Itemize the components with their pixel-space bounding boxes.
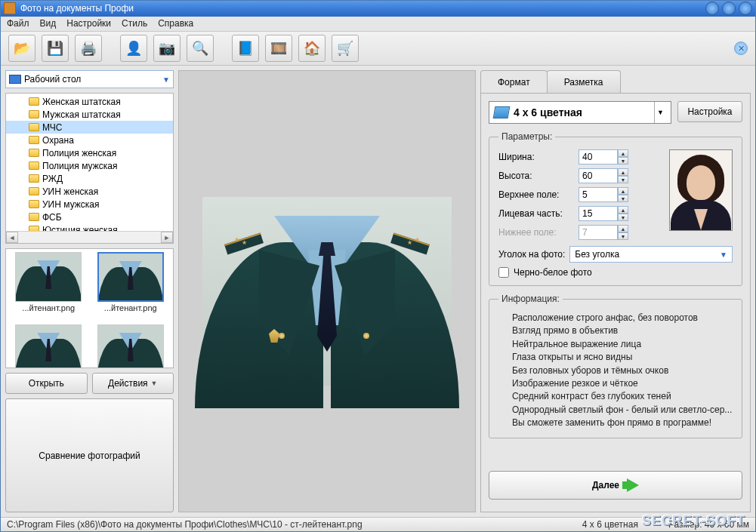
scroll-left-icon[interactable]: ◄ [6,232,18,243]
compare-button[interactable]: Сравнение фотографий [5,398,174,512]
actions-button[interactable]: Действия▼ [92,373,174,394]
open-button[interactable]: Открыть [5,373,88,394]
info-item: Глаза открыты и ясно видны [512,351,733,364]
format-combo[interactable]: 4 x 6 цветная ▼ [489,101,671,124]
thumbnail[interactable]: 12 - майор.png [91,324,171,368]
chevron-down-icon: ▼ [654,102,666,123]
print-icon[interactable]: 🖨️ [75,35,102,62]
height-stepper[interactable]: ▲▼ [579,168,628,183]
folder-label: УИН женская [42,186,98,197]
location-combo[interactable]: Рабочий стол ▼ [5,70,174,88]
menu-file[interactable]: Файл [7,18,29,29]
menu-help[interactable]: Справка [158,18,193,29]
maximize-button[interactable] [722,2,736,15]
scroll-right-icon[interactable]: ► [161,232,173,243]
folder-row[interactable]: Женская штатская [6,95,173,108]
folder-label: РЖД [42,174,63,184]
open-folder-icon[interactable]: 📂 [8,35,35,62]
menu-settings[interactable]: Настройки [66,18,111,29]
zoom-icon[interactable]: 🔍 [187,35,214,62]
tree-hscrollbar[interactable]: ◄ ► [6,231,173,243]
chevron-down-icon: ▼ [162,75,170,84]
folder-icon [29,136,39,144]
folder-label: Полиция мужская [42,161,117,171]
folder-row[interactable]: МЧС [6,121,173,134]
folder-icon [29,110,39,118]
thumbnail-label: ...йтенант.png [104,303,157,312]
thumbnail[interactable]: ...йтенант.png [9,252,88,321]
bw-checkbox[interactable] [498,267,509,278]
folder-icon [29,97,39,106]
folder-row[interactable]: УИН мужская [6,198,173,211]
info-fieldset: Информация: Расположение строго анфас, б… [489,294,742,438]
person-search-icon[interactable]: 👤 [120,35,147,62]
topmargin-input[interactable] [579,187,618,202]
info-item: Однородный светлый фон - белый или светл… [512,404,733,417]
watermark: SECRET-SOFT [642,513,745,529]
menubar: Файл Вид Настройки Стиль Справка [1,17,755,32]
body: Рабочий стол ▼ Женская штатскаяМужская ш… [1,66,755,517]
status-format: 4 x 6 цветная [582,519,638,530]
menu-view[interactable]: Вид [40,18,57,29]
preview-image: ★ ★ ★ ★ [202,197,452,386]
folder-row[interactable]: Мужская штатская [6,108,173,121]
save-icon[interactable]: 💾 [42,35,69,62]
info-legend: Информация: [498,294,563,304]
folder-row[interactable]: Охрана [6,134,173,146]
folder-row[interactable]: Полиция мужская [6,159,173,172]
folder-icon [29,213,39,221]
status-path: C:\Program Files (x86)\Фото на документы… [7,519,552,530]
thumbnail-grid: ...йтенант.png...йтенант.png... капитан.… [5,248,174,368]
thumbnail[interactable]: ...йтенант.png [91,252,171,321]
chevron-down-icon: ▼ [151,380,158,387]
topmargin-stepper[interactable]: ▲▼ [579,187,628,202]
width-input[interactable] [579,149,618,165]
folder-row[interactable]: Полиция женская [6,146,173,159]
location-label: Рабочий стол [24,74,81,85]
format-value: 4 x 6 цветная [514,106,582,118]
folder-row[interactable]: Юстиция женская [6,223,173,231]
corner-label: Уголок на фото: [498,249,565,260]
titlebar: Фото на документы Профи [1,1,755,17]
video-icon[interactable]: 🎞️ [265,35,292,62]
folder-row[interactable]: РЖД [6,172,173,185]
folder-label: Юстиция женская [42,225,118,232]
tab-layout[interactable]: Разметка [547,70,621,93]
folder-label: Полиция женская [42,148,116,158]
bw-label: Черно-белое фото [514,267,592,278]
thumbnail[interactable]: ... капитан.png [9,324,88,368]
folder-row[interactable]: УИН женская [6,185,173,198]
face-stepper[interactable]: ▲▼ [579,206,628,221]
chevron-down-icon: ▼ [720,251,727,259]
toolbar: 📂 💾 🖨️ 👤 📷 🔍 📘 🎞️ 🏠 🛒 ✕ [1,32,755,66]
sample-portrait [669,149,733,231]
tab-format[interactable]: Формат [480,70,548,93]
close-button[interactable] [739,2,752,15]
camera-icon[interactable]: 📷 [153,35,181,62]
parameters-fieldset: Параметры: Ширина: ▲▼ Высота: ▲▼ [489,131,742,286]
hint-close-icon[interactable]: ✕ [734,42,748,55]
info-item: Вы сможете заменить фон прямо в программ… [512,417,733,429]
next-button[interactable]: Далее [489,471,742,500]
folder-tree: Женская штатскаяМужская штатскаяМЧСОхран… [5,93,174,244]
minimize-button[interactable] [705,2,719,15]
height-input[interactable] [579,168,618,183]
help-icon[interactable]: 📘 [232,35,259,62]
folder-icon [29,161,39,170]
face-input[interactable] [579,206,618,221]
arrow-right-icon [627,478,639,492]
desktop-icon [9,75,21,84]
height-label: Высота: [498,171,574,181]
corner-combo[interactable]: Без уголка ▼ [569,246,733,263]
cart-icon[interactable]: 🛒 [332,35,359,62]
info-item: Изображение резкое и чёткое [512,377,733,390]
folder-icon [29,226,39,231]
app-icon [4,2,16,14]
home-icon[interactable]: 🏠 [298,35,326,62]
width-stepper[interactable]: ▲▼ [579,149,628,165]
format-settings-button[interactable]: Настройка [677,101,742,122]
menu-style[interactable]: Стиль [122,18,147,29]
bottom-label: Нижнее поле: [498,227,574,238]
folder-row[interactable]: ФСБ [6,211,173,223]
bottom-stepper: ▲▼ [579,225,628,240]
